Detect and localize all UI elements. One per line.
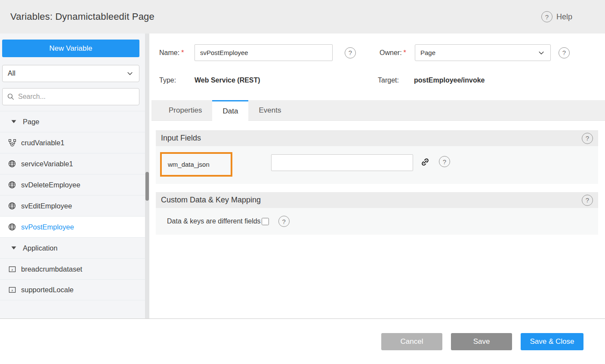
owner-select[interactable]: Page [415, 44, 551, 61]
variable-item-breadcrumbdataset[interactable]: xbreadcrumbdataset [0, 258, 145, 279]
section-title: Input Fields [161, 134, 201, 143]
variable-item-servicevariable1[interactable]: serviceVariable1 [0, 153, 145, 174]
globe-icon [8, 159, 16, 168]
globe-icon [8, 223, 16, 231]
field-name-highlight: wm_data_json [160, 152, 232, 177]
scrollbar-thumb[interactable] [145, 172, 149, 201]
page-title: Variables: Dynamictableedit Page [10, 11, 154, 22]
save-button[interactable]: Save [451, 333, 512, 350]
variables-dialog: Variables: Dynamictableedit Page ? Help … [0, 0, 605, 364]
different-fields-checkbox[interactable] [262, 218, 269, 225]
help-label: Help [556, 12, 572, 21]
crud-variable-icon [8, 139, 16, 147]
variable-list: PagecrudVariable1serviceVariable1svDelet… [0, 111, 145, 300]
required-asterisk: * [404, 49, 406, 56]
input-fields-body: wm_data_json ? [156, 146, 598, 184]
required-asterisk: * [181, 49, 184, 56]
caret-down-icon [9, 245, 18, 251]
variable-label: Application [23, 244, 58, 252]
model-variable-icon: x [8, 286, 16, 294]
variable-item-crudvariable1[interactable]: crudVariable1 [0, 132, 145, 153]
dialog-header: Variables: Dynamictableedit Page ? Help [0, 0, 605, 34]
type-label: Type: [159, 76, 194, 84]
save-and-close-button[interactable]: Save & Close [521, 333, 583, 350]
name-label: Name:* [159, 49, 194, 57]
variable-label: crudVariable1 [21, 139, 65, 147]
globe-icon [8, 202, 16, 210]
variable-item-sveditemployee[interactable]: svEditEmployee [0, 195, 145, 216]
variable-item-svdeleteemployee[interactable]: svDeleteEmployee [0, 174, 145, 195]
filter-selected-value: All [8, 70, 15, 77]
content-footer-divider [0, 318, 605, 319]
variable-filter-select[interactable]: All [2, 65, 139, 82]
variable-label: svDeleteEmployee [21, 181, 80, 189]
custom-mapping-header: Custom Data & Key Mapping ? [156, 192, 598, 208]
form-row-1: Name:* ? Owner:* Page ? [159, 44, 570, 61]
new-variable-button[interactable]: New Variable [2, 40, 139, 57]
help-icon: ? [541, 11, 553, 22]
input-fields-header: Input Fields ? [156, 130, 598, 146]
cancel-button[interactable]: Cancel [381, 333, 442, 350]
variable-label: svEditEmployee [21, 202, 72, 210]
variable-group-application[interactable]: Application [0, 237, 145, 258]
caret-down-icon [9, 119, 18, 125]
sidebar-scrollbar[interactable] [145, 34, 149, 319]
owner-label: Owner:* [380, 49, 415, 57]
field-help-icon[interactable]: ? [439, 156, 450, 167]
checkbox-help-icon[interactable]: ? [278, 216, 290, 227]
custom-mapping-section: Custom Data & Key Mapping ? Data & keys … [156, 192, 598, 235]
svg-text:x: x [11, 288, 13, 292]
svg-text:x: x [11, 267, 13, 272]
variable-label: Page [23, 118, 40, 126]
search-input[interactable] [18, 93, 135, 101]
globe-icon [8, 180, 16, 189]
variable-item-svpostemployee[interactable]: svPostEmployee [0, 216, 145, 237]
search-icon [7, 93, 15, 101]
target-value: postEmployee/invoke [414, 76, 485, 84]
section-title: Custom Data & Key Mapping [161, 196, 261, 205]
chevron-down-icon [537, 49, 545, 57]
variable-label: supportedLocale [21, 286, 74, 294]
type-value: Web Service (REST) [194, 76, 378, 84]
input-fields-section: Input Fields ? wm_data_json ? [156, 130, 598, 184]
field-name-label: wm_data_json [168, 161, 210, 168]
input-fields-help-icon[interactable]: ? [582, 133, 593, 144]
tab-events[interactable]: Events [248, 100, 291, 120]
variable-label: serviceVariable1 [21, 160, 73, 168]
variable-label: svPostEmployee [21, 223, 74, 231]
target-label: Target: [378, 76, 414, 84]
variable-label: breadcrumbdataset [21, 265, 82, 273]
variable-item-supportedlocale[interactable]: xsupportedLocale [0, 279, 145, 300]
field-value-input[interactable] [271, 154, 413, 171]
name-input[interactable] [194, 44, 333, 61]
tab-bar: PropertiesDataEvents [151, 100, 605, 121]
tab-properties[interactable]: Properties [158, 100, 212, 120]
owner-selected-value: Page [420, 49, 435, 56]
variable-group-page[interactable]: Page [0, 111, 145, 132]
custom-mapping-body: Data & keys are different fields ? [156, 208, 598, 235]
bind-link-icon[interactable] [420, 157, 430, 167]
help-button[interactable]: ? Help [541, 0, 572, 34]
form-row-2: Type: Web Service (REST) Target: postEmp… [159, 76, 485, 85]
search-box[interactable] [2, 88, 139, 105]
chevron-down-icon [126, 70, 134, 77]
tab-data[interactable]: Data [212, 100, 248, 121]
owner-help-icon[interactable]: ? [559, 47, 570, 58]
custom-mapping-help-icon[interactable]: ? [582, 195, 593, 206]
different-fields-label: Data & keys are different fields [167, 217, 261, 225]
model-variable-icon: x [8, 265, 16, 273]
variables-sidebar: New Variable All PagecrudVariable1servic… [0, 34, 145, 319]
variable-editor: Name:* ? Owner:* Page ? Type: Web Servic… [151, 34, 605, 319]
name-help-icon[interactable]: ? [345, 47, 356, 58]
